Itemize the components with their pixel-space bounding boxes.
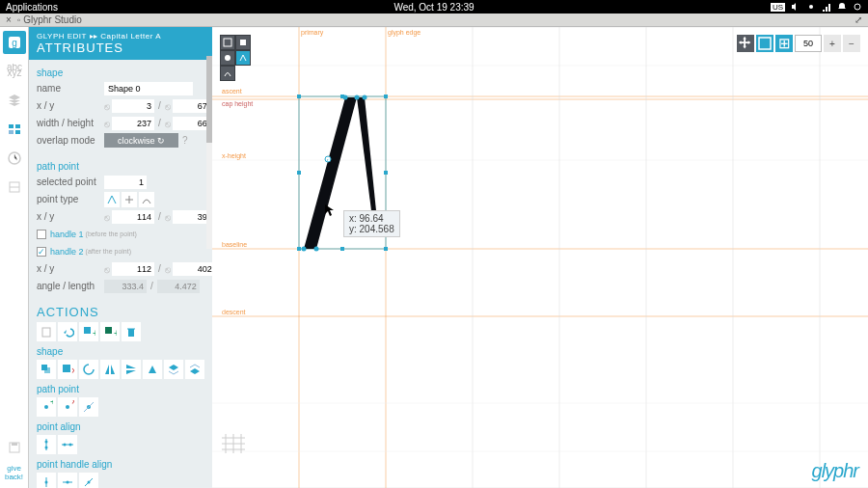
pp-x-input[interactable] — [112, 210, 154, 224]
flip-v-button[interactable] — [122, 360, 141, 379]
layer-down-button[interactable] — [185, 360, 204, 379]
h2-x-input[interactable] — [112, 262, 154, 276]
metric-baseline: baseline — [222, 241, 247, 248]
zoom-1to1-button[interactable]: ⊞ — [775, 35, 793, 52]
flip-h-button[interactable] — [100, 360, 120, 379]
svg-point-34 — [64, 444, 67, 447]
add-component-button[interactable]: + — [100, 322, 120, 341]
tooltip-x: x: 96.64 — [349, 213, 394, 224]
reverse-winding-button[interactable] — [79, 360, 98, 379]
copy-button[interactable] — [37, 322, 56, 341]
os-top-bar: Applications Wed, Oct 19 23:39 US — [0, 0, 868, 14]
pointtype-corner-button[interactable] — [104, 192, 120, 207]
close-tab-icon[interactable]: × — [6, 14, 12, 25]
handle1-checkbox[interactable] — [37, 230, 46, 239]
power-icon[interactable] — [853, 2, 862, 12]
insert-point-button[interactable]: + — [37, 397, 56, 417]
svg-rect-21 — [44, 367, 50, 373]
lock-icon[interactable]: ⎋ — [104, 101, 110, 111]
zoom-fit-button[interactable] — [756, 35, 773, 52]
lock-icon[interactable]: ⎋ — [104, 119, 110, 128]
actions-title: ACTIONS — [37, 305, 212, 319]
lock-icon[interactable]: ⎋ — [165, 101, 171, 111]
lock-icon[interactable]: ⎋ — [104, 264, 110, 274]
svg-point-68 — [343, 95, 348, 100]
pan-tool[interactable] — [737, 35, 754, 52]
selpoint-input[interactable] — [104, 176, 147, 189]
brightness-icon[interactable] — [806, 2, 816, 12]
halign-auto-button[interactable] — [79, 473, 98, 488]
delete-point-button[interactable]: × — [58, 397, 77, 417]
align-x-button[interactable] — [58, 435, 77, 454]
notification-icon[interactable] — [837, 2, 847, 12]
delete-button[interactable] — [122, 322, 141, 341]
svg-text:+: + — [93, 328, 95, 339]
overlap-mode-button[interactable]: clockwise ↻ — [104, 133, 178, 148]
svg-rect-77 — [240, 40, 246, 45]
shape-w-input[interactable] — [112, 117, 154, 130]
actions-pathpoint-heading: path point — [37, 384, 212, 394]
svg-rect-16 — [84, 327, 91, 334]
h2-xy-label: x / y — [37, 263, 104, 274]
attributes-panel: GLYPH EDIT ▸▸ Capital Letter A ATTRIBUTE… — [29, 27, 212, 488]
tool-new-rect[interactable] — [235, 35, 251, 50]
actions-handlealign-heading: point handle align — [37, 459, 212, 470]
app-root: g abcxyz give back! GLYPH EDIT ▸▸ Capita… — [0, 27, 868, 488]
rail-abc-icon[interactable]: abcxyz — [3, 60, 26, 83]
svg-point-41 — [88, 481, 91, 484]
actions-pointalign-heading: point align — [37, 421, 212, 432]
shape-delete-button[interactable]: × — [58, 360, 77, 379]
lock-icon[interactable]: ⎋ — [165, 212, 171, 222]
add-shape-button[interactable]: + — [79, 322, 98, 341]
halign-v-button[interactable] — [37, 473, 56, 488]
shape-x-input[interactable] — [112, 99, 154, 113]
breadcrumb[interactable]: GLYPH EDIT ▸▸ Capital Letter A — [37, 32, 204, 41]
rail-guides-icon[interactable] — [3, 118, 26, 141]
svg-line-29 — [84, 402, 94, 412]
layer-up-button[interactable] — [164, 360, 183, 379]
fullscreen-icon[interactable]: ⤢ — [854, 14, 862, 25]
network-icon[interactable] — [822, 2, 831, 12]
info-icon[interactable]: ? — [182, 135, 188, 146]
canvas-toolbar — [220, 35, 262, 81]
pointtype-flat-button[interactable] — [122, 192, 137, 207]
align-y-button[interactable] — [37, 435, 56, 454]
undo-button[interactable] — [58, 322, 77, 341]
applications-menu[interactable]: Applications — [6, 2, 58, 13]
svg-rect-65 — [297, 247, 301, 251]
tool-new-oval[interactable] — [220, 50, 235, 66]
handle2-checkbox[interactable] — [37, 247, 46, 257]
h2-y-input[interactable] — [173, 262, 212, 276]
rail-guides2-icon[interactable] — [3, 176, 26, 199]
shape-name-label: name — [37, 83, 104, 94]
lock-icon[interactable]: ⎋ — [165, 264, 171, 274]
panel-title: ATTRIBUTES — [37, 41, 204, 55]
reset-handles-button[interactable] — [79, 397, 98, 417]
volume-icon[interactable] — [791, 2, 800, 12]
metric-primary: primary — [301, 29, 323, 36]
rail-glyph-edit[interactable]: g — [3, 31, 26, 54]
rail-history-icon[interactable] — [3, 147, 26, 170]
rail-layers-icon[interactable] — [3, 89, 26, 112]
keyboard-layout-indicator[interactable]: US — [771, 3, 785, 12]
zoom-value[interactable]: 50 — [795, 35, 822, 52]
pointtype-symmetric-button[interactable] — [139, 192, 154, 207]
glyph-canvas[interactable]: primary glyph edge ascent cap height x-h… — [212, 27, 868, 488]
rail-save-icon[interactable] — [3, 436, 26, 459]
zoom-out-button[interactable]: − — [843, 35, 860, 52]
zoom-in-button[interactable]: + — [824, 35, 841, 52]
tool-shape-resize[interactable] — [220, 35, 235, 50]
rotate-button[interactable] — [143, 360, 162, 379]
svg-rect-64 — [384, 171, 388, 175]
tooltip-y: y: 204.568 — [349, 224, 394, 234]
lock-icon[interactable]: ⎋ — [104, 212, 110, 222]
browser-tab[interactable]: ◦ Glyphr Studio — [17, 14, 82, 25]
shape-copy-button[interactable] — [37, 360, 56, 379]
give-back-link[interactable]: give back! — [5, 465, 23, 488]
shape-name-input[interactable] — [104, 82, 193, 95]
tool-new-path[interactable] — [220, 66, 235, 81]
tool-path-edit[interactable] — [235, 50, 251, 66]
halign-h-button[interactable] — [58, 473, 77, 488]
svg-point-69 — [355, 95, 360, 100]
lock-icon[interactable]: ⎋ — [165, 119, 171, 128]
